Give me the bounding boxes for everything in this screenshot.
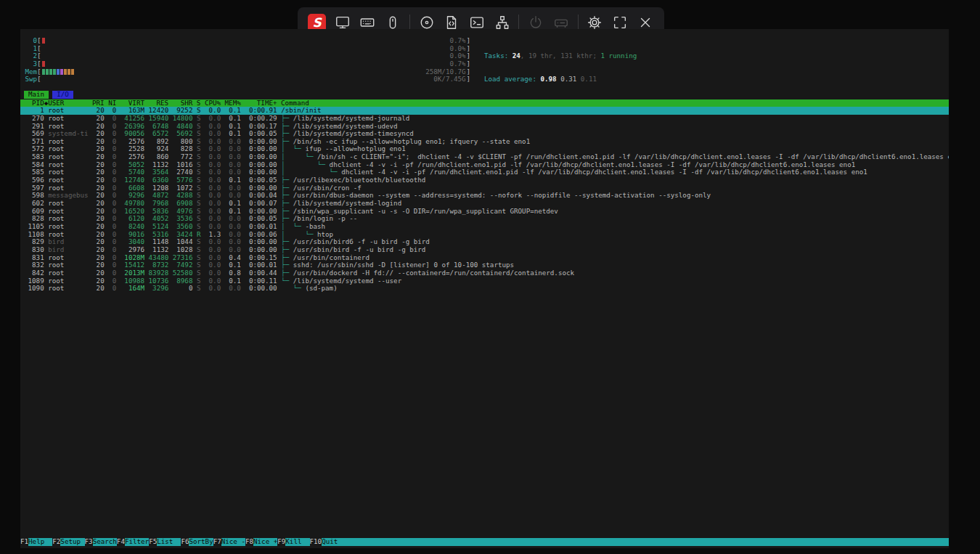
meter-bar: 0.7% <box>41 37 467 44</box>
process-row[interactable]: 270 root 20 0 41256 15940 14800 S 0.0 0.… <box>20 115 949 123</box>
process-table: 1 root 20 0 163M 12420 9252 S 0.0 0.1 0:… <box>20 107 949 293</box>
process-row[interactable]: 1108 root 20 0 9016 5316 3424 R 1.3 0.0 … <box>20 231 949 239</box>
fkey-f10[interactable]: F10 <box>310 538 322 546</box>
tasks-summary: Tasks: 24, 19 thr, 131 kthr; 1 running <box>484 52 637 60</box>
fkey-label-nice-[interactable]: Nice + <box>253 538 277 546</box>
meter-bar: 0.0% <box>41 53 467 60</box>
process-row[interactable]: 828 root 20 0 6120 4052 3536 S 0.0 0.0 0… <box>20 215 949 223</box>
load-average: Load average: 0.98 0.31 0.11 <box>484 76 637 83</box>
process-row[interactable]: 598 messagebus 20 0 9296 4872 4288 S 0.0… <box>20 192 949 200</box>
meter-bar: 258M/10.7G <box>41 68 467 76</box>
fkey-label-kill[interactable]: Kill <box>285 538 309 546</box>
process-row[interactable]: 829 bird 20 0 3040 1148 1044 S 0.0 0.0 0… <box>20 238 949 246</box>
process-row[interactable]: 572 root 20 0 2528 924 828 S 0.0 0.0 0:0… <box>20 145 949 153</box>
meter-tick <box>42 38 45 44</box>
toolbar-divider <box>578 15 579 30</box>
process-row[interactable]: 1 root 20 0 163M 12420 9252 S 0.0 0.1 0:… <box>20 107 949 115</box>
fkey-f4[interactable]: F4 <box>117 538 125 546</box>
meter-bar: 0K/7.45G <box>41 76 467 83</box>
process-row[interactable]: 1090 root 20 0 164M 3296 0 S 0.0 0.0 0:0… <box>20 285 949 293</box>
process-row[interactable]: 596 root 20 0 12740 6360 5776 S 0.0 0.1 … <box>20 176 949 184</box>
process-row[interactable]: 602 root 20 0 49780 7968 6908 S 0.0 0.1 … <box>20 200 949 208</box>
fkey-f3[interactable]: F3 <box>85 538 93 546</box>
process-row[interactable]: 571 root 20 0 2576 892 800 S 0.0 0.0 0:0… <box>20 138 949 146</box>
fkey-f1[interactable]: F1 <box>20 538 28 546</box>
fkey-f6[interactable]: F6 <box>181 538 189 546</box>
process-table-header[interactable]: PID◆USER PRI NI VIRT RES SHR S CPU% MEM%… <box>20 99 949 107</box>
process-row[interactable]: 291 root 20 0 26396 6748 4840 S 0.0 0.1 … <box>20 123 949 131</box>
terminal-window: 0[0.7%] 1[0.0%] 2[0.0%] 3[0.7%]Mem[258M/… <box>20 29 949 548</box>
meter-tick <box>46 69 49 75</box>
meter-tick <box>68 69 70 75</box>
meter-tick <box>57 69 60 75</box>
tab-io[interactable]: I/O <box>52 91 73 99</box>
fkey-f9[interactable]: F9 <box>277 538 285 546</box>
process-row[interactable]: 842 root 20 0 2013M 83928 52580 S 0.0 0.… <box>20 269 949 277</box>
fkey-label-filter[interactable]: Filter <box>125 538 149 546</box>
process-row[interactable]: 585 root 20 0 5740 3564 2740 S 0.0 0.0 0… <box>20 168 949 176</box>
meter-tick <box>49 69 52 75</box>
process-row[interactable]: 583 root 20 0 2576 860 772 S 0.0 0.0 0:0… <box>20 153 949 161</box>
fkey-f8[interactable]: F8 <box>245 538 253 546</box>
fkey-label-search[interactable]: Search <box>93 538 117 546</box>
fkey-f7[interactable]: F7 <box>213 538 221 546</box>
fkey-label-sortby[interactable]: SortBy <box>189 538 213 546</box>
meter-value: 0K/7.45G <box>433 76 465 83</box>
meter-bar: 0.7% <box>41 60 467 68</box>
meter-tick <box>71 69 74 75</box>
process-row[interactable]: 609 root 20 0 16520 5836 4976 S 0.0 0.1 … <box>20 208 949 216</box>
process-row[interactable]: 1105 root 20 0 8240 5124 3560 S 0.0 0.0 … <box>20 223 949 231</box>
screen-tabs: Main I/O <box>24 91 73 99</box>
meter-tick <box>60 69 63 75</box>
fkey-label-nice-[interactable]: Nice - <box>221 538 245 546</box>
process-row[interactable]: 569 systemd-ti 20 0 90056 6572 5692 S 0.… <box>20 130 949 138</box>
fkey-label-setup[interactable]: Setup <box>60 538 84 546</box>
fkey-label-help[interactable]: Help <box>28 538 52 546</box>
fnbar-filler <box>346 538 949 546</box>
meter-bar: 0.0% <box>41 45 467 52</box>
process-row[interactable]: 1089 root 20 0 10988 10736 8968 S 0.0 0.… <box>20 277 949 285</box>
tab-main[interactable]: Main <box>24 91 49 99</box>
process-row[interactable]: 830 bird 20 0 2976 1132 1028 S 0.0 0.0 0… <box>20 246 949 254</box>
fkey-label-list[interactable]: List <box>157 538 181 546</box>
meter-tick <box>53 69 56 75</box>
fkey-f2[interactable]: F2 <box>52 538 60 546</box>
function-key-bar: F1Help F2Setup F3SearchF4FilterF5List F6… <box>20 538 949 546</box>
toolbar-divider <box>518 15 519 30</box>
process-row[interactable]: 831 root 20 0 1028M 43480 27316 S 0.0 0.… <box>20 254 949 262</box>
fkey-label-quit[interactable]: Quit <box>322 538 346 546</box>
meter-tick <box>42 69 45 75</box>
toolbar-divider <box>409 15 410 30</box>
meter-tick <box>42 61 45 67</box>
process-row[interactable]: 584 root 20 0 5052 1132 1016 S 0.0 0.0 0… <box>20 161 949 169</box>
fkey-f5[interactable]: F5 <box>149 538 157 546</box>
meter-label: Swp <box>24 76 37 83</box>
meter-bracket: ] <box>467 76 471 83</box>
process-row[interactable]: 832 root 20 0 15412 8732 7492 S 0.0 0.1 … <box>20 261 949 269</box>
meter-tick <box>64 69 67 75</box>
process-row[interactable]: 597 root 20 0 6608 1208 1072 S 0.0 0.0 0… <box>20 184 949 192</box>
